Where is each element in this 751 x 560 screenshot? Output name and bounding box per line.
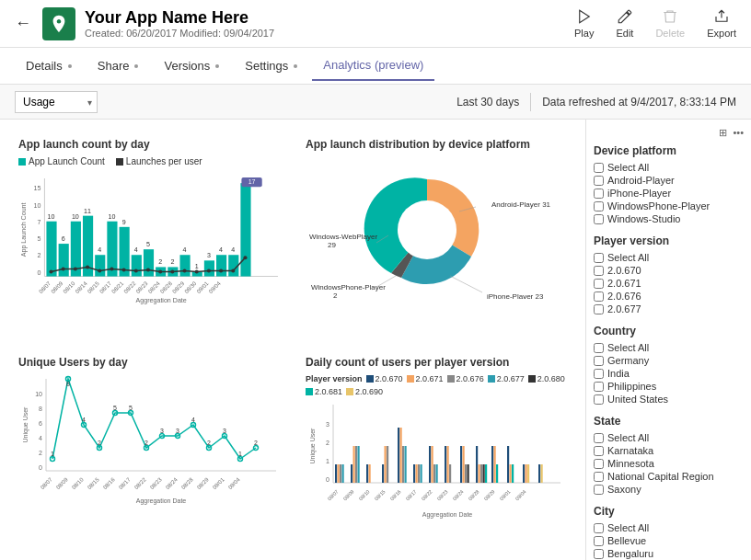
player-version-title: Player version [594, 234, 744, 247]
legend-pv-680: 2.0.680 [528, 374, 565, 383]
tab-versions[interactable]: Versions [153, 51, 230, 80]
country-philippines-checkbox[interactable] [594, 382, 604, 392]
state-ncr-checkbox[interactable] [594, 472, 604, 482]
svg-text:5: 5 [37, 235, 40, 243]
svg-point-57 [195, 269, 199, 273]
state-saxony-checkbox[interactable] [594, 485, 604, 495]
main: App launch count by day App Launch Count… [0, 120, 751, 560]
city-bengaluru-checkbox[interactable] [594, 549, 604, 559]
svg-rect-158 [385, 446, 387, 483]
svg-text:15: 15 [33, 185, 40, 192]
pv-677[interactable]: 2.0.677 [594, 303, 744, 315]
svg-text:6: 6 [39, 420, 42, 427]
state-saxony[interactable]: Saxony [594, 483, 744, 496]
pv-670[interactable]: 2.0.670 [594, 264, 744, 277]
svg-text:08/09: 08/09 [342, 488, 355, 501]
device-platform-title: Device platform [594, 144, 744, 157]
svg-text:Aggregation Date: Aggregation Date [422, 511, 473, 519]
svg-point-58 [207, 269, 211, 272]
pv-671-checkbox[interactable] [594, 279, 604, 289]
country-us[interactable]: United States [594, 393, 744, 406]
pv-676[interactable]: 2.0.676 [594, 290, 744, 303]
pv-671[interactable]: 2.0.671 [594, 277, 744, 290]
pv-677-checkbox[interactable] [594, 304, 604, 314]
svg-text:11: 11 [84, 208, 91, 215]
filter-grid-icon[interactable]: ⊞ [719, 127, 727, 139]
delete-icon [662, 8, 678, 25]
dp-windows-studio[interactable]: Windows-Studio [594, 212, 744, 225]
country-india-checkbox[interactable] [594, 369, 604, 379]
svg-text:5: 5 [113, 405, 117, 411]
dp-windowsphone-label: WindowsPhone-Player [607, 200, 710, 211]
state-karnataka[interactable]: Karnataka [594, 444, 744, 457]
svg-rect-193 [538, 464, 540, 483]
city-bengaluru[interactable]: Bengaluru [594, 547, 744, 560]
state-karnataka-checkbox[interactable] [594, 446, 604, 456]
play-button[interactable]: Play [574, 8, 594, 39]
country-us-checkbox[interactable] [594, 394, 604, 405]
country-select-all-label: Select All [607, 342, 649, 353]
state-select-all[interactable]: Select All [594, 431, 744, 444]
pv-select-all[interactable]: Select All [594, 251, 744, 264]
country-philippines[interactable]: Philippines [594, 380, 744, 393]
app-logo [42, 7, 75, 40]
dp-android-checkbox[interactable] [594, 176, 604, 186]
delete-button[interactable]: Delete [655, 8, 685, 39]
country-select-all-checkbox[interactable] [594, 343, 604, 353]
city-select-all-checkbox[interactable] [594, 523, 604, 533]
state-minnesota[interactable]: Minnesota [594, 457, 744, 470]
state-minnesota-label: Minnesota [607, 458, 654, 469]
dp-iphone-label: iPhone-Player [607, 188, 671, 199]
state-select-all-checkbox[interactable] [594, 433, 604, 443]
country-germany-checkbox[interactable] [594, 356, 604, 366]
state-minnesota-checkbox[interactable] [594, 459, 604, 469]
dp-select-all-checkbox[interactable] [594, 163, 604, 173]
dp-select-all[interactable]: Select All [594, 161, 744, 174]
city-bellevue-checkbox[interactable] [594, 536, 604, 546]
legend-pv-677: 2.0.677 [488, 374, 525, 383]
svg-rect-155 [366, 464, 368, 483]
tab-analytics[interactable]: Analytics (preview) [312, 51, 434, 81]
country-india[interactable]: India [594, 367, 744, 380]
pv-select-all-checkbox[interactable] [594, 253, 604, 263]
svg-text:2: 2 [158, 258, 162, 266]
country-select-all[interactable]: Select All [594, 341, 744, 354]
dp-iphone-checkbox[interactable] [594, 189, 604, 199]
svg-text:2: 2 [98, 440, 101, 446]
legend-pv-676: 2.0.676 [447, 374, 484, 383]
back-button[interactable]: ← [15, 14, 31, 33]
pv-676-checkbox[interactable] [594, 291, 604, 302]
svg-rect-161 [400, 428, 402, 483]
dp-windowsphone-checkbox[interactable] [594, 201, 604, 211]
dp-iphone[interactable]: iPhone-Player [594, 187, 744, 200]
filter-more-icon[interactable]: ••• [733, 127, 744, 139]
state-ncr[interactable]: National Capital Region [594, 470, 744, 483]
usage-dropdown[interactable]: Usage [15, 91, 98, 113]
pv-670-checkbox[interactable] [594, 266, 604, 276]
tab-share[interactable]: Share [87, 51, 150, 80]
svg-rect-157 [382, 464, 384, 483]
svg-rect-9 [46, 222, 56, 277]
country-section: Country Select All Germany India Philipp… [594, 325, 744, 406]
dp-windowsphone[interactable]: WindowsPhone-Player [594, 200, 744, 212]
svg-text:2: 2 [39, 450, 42, 456]
tab-details[interactable]: Details [15, 51, 83, 80]
dp-android[interactable]: Android-Player [594, 174, 744, 187]
export-button[interactable]: Export [707, 8, 736, 39]
city-bellevue[interactable]: Bellevue [594, 534, 744, 547]
svg-rect-171 [436, 464, 438, 483]
svg-rect-178 [468, 464, 469, 483]
city-select-all[interactable]: Select All [594, 521, 744, 534]
filter-header: ⊞ ••• [594, 127, 744, 139]
svg-rect-166 [418, 464, 420, 483]
tab-settings[interactable]: Settings [234, 51, 308, 80]
daily-count-chart: Daily count of users per player version … [298, 349, 574, 549]
dp-windows-studio-checkbox[interactable] [594, 214, 604, 224]
svg-text:08/09: 08/09 [50, 280, 64, 294]
edit-button[interactable]: Edit [616, 8, 633, 39]
svg-text:08/17: 08/17 [98, 280, 112, 294]
country-germany[interactable]: Germany [594, 354, 744, 367]
svg-text:0: 0 [37, 269, 40, 277]
svg-rect-181 [480, 464, 482, 483]
svg-text:2: 2 [254, 440, 258, 446]
